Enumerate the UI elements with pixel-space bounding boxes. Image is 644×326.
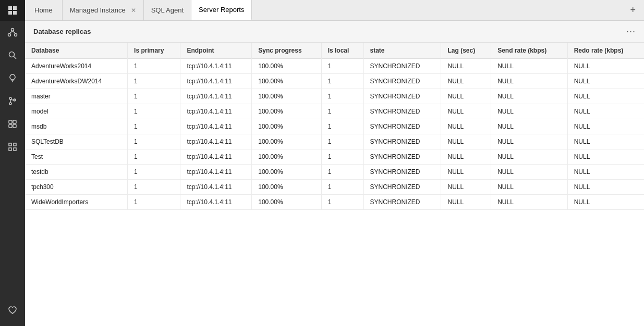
table-cell: NULL [491,74,568,89]
table-cell: 1 [321,180,363,195]
table-row: AdventureWorksDW20141tcp://10.4.1.4:1110… [25,74,644,89]
table-row: master1tcp://10.4.1.4:11100.00%1SYNCHRON… [25,89,644,104]
svg-point-9 [9,52,15,57]
col-database: Database [25,43,128,59]
table-cell: NULL [491,165,568,180]
sidebar [0,0,25,326]
table-row: model1tcp://10.4.1.4:11100.00%1SYNCHRONI… [25,104,644,119]
table-row: Test1tcp://10.4.1.4:11100.00%1SYNCHRONIZ… [25,149,644,165]
table-cell: 1 [321,119,363,134]
table-cell: NULL [441,134,491,149]
table-cell: 1 [128,104,180,119]
table-cell: 1 [128,59,180,74]
table-cell: tcp://10.4.1.4:11 [180,195,252,210]
table-cell: tcp://10.4.1.4:11 [180,149,252,165]
table-cell: SYNCHRONIZED [363,195,441,210]
tab-home-label: Home [34,6,53,14]
col-state: state [363,43,441,59]
table-cell: NULL [441,180,491,195]
main-area: Home Managed Instance ✕ SQL Agent Server… [25,0,644,326]
table-cell: 100.00% [252,180,321,195]
table-cell: SYNCHRONIZED [363,89,441,104]
extensions-icon[interactable] [0,112,25,135]
table-cell: 100.00% [252,134,321,149]
tab-server-reports[interactable]: Server Reports [191,0,252,20]
col-lag: Lag (sec) [441,43,491,59]
table-cell: NULL [567,89,644,104]
table-cell: tcp://10.4.1.4:11 [180,119,252,134]
table-cell: NULL [567,119,644,134]
tab-home[interactable]: Home [25,0,63,20]
svg-rect-20 [13,124,16,128]
table-header: Database Is primary Endpoint Sync progre… [25,43,644,59]
tab-sql-agent[interactable]: SQL Agent [144,0,191,20]
table-cell: 1 [321,74,363,89]
svg-rect-17 [9,120,12,123]
table-cell: NULL [567,165,644,180]
table-cell: tcp://10.4.1.4:11 [180,134,252,149]
table-cell: NULL [491,149,568,165]
insights-icon[interactable] [0,67,25,90]
table-cell: tcp://10.4.1.4:11 [180,89,252,104]
database-replicas-table: Database Is primary Endpoint Sync progre… [25,43,644,210]
table-row: WideWorldImporters1tcp://10.4.1.4:11100.… [25,195,644,210]
svg-point-14 [9,103,11,105]
table-cell: 1 [321,134,363,149]
table-cell: tcp://10.4.1.4:11 [180,104,252,119]
table-cell: 1 [321,89,363,104]
table-row: AdventureWorks20141tcp://10.4.1.4:11100.… [25,59,644,74]
table-cell: 1 [321,59,363,74]
connections-icon[interactable] [0,21,25,44]
svg-rect-18 [13,120,16,123]
table-cell: tpch300 [25,180,128,195]
col-endpoint: Endpoint [180,43,252,59]
table-cell: 100.00% [252,74,321,89]
table-cell: Test [25,149,128,165]
more-options-button[interactable]: ··· [626,26,636,37]
svg-rect-21 [9,143,11,146]
search-icon[interactable] [0,44,25,67]
table-cell: NULL [441,59,491,74]
table-cell: NULL [567,59,644,74]
tab-managed-instance[interactable]: Managed Instance ✕ [63,0,144,20]
table-cell: NULL [567,180,644,195]
section-title: Database replicas [33,28,91,35]
table-row: SQLTestDB1tcp://10.4.1.4:11100.00%1SYNCH… [25,134,644,149]
table-cell: NULL [567,149,644,165]
grid-icon[interactable] [0,135,25,158]
svg-rect-24 [14,148,16,151]
add-tab-icon: + [630,5,636,16]
svg-rect-19 [9,124,12,128]
table-row: msdb1tcp://10.4.1.4:11100.00%1SYNCHRONIZ… [25,119,644,134]
svg-rect-23 [9,148,11,151]
svg-rect-3 [13,11,17,15]
table-cell: tcp://10.4.1.4:11 [180,165,252,180]
svg-rect-2 [8,11,12,15]
table-cell: 100.00% [252,104,321,119]
table-cell: AdventureWorks2014 [25,59,128,74]
table-cell: 100.00% [252,149,321,165]
table-cell: 1 [128,119,180,134]
table-cell: WideWorldImporters [25,195,128,210]
table-cell: 100.00% [252,119,321,134]
table-cell: 1 [128,165,180,180]
col-sync-progress: Sync progress [252,43,321,59]
table-cell: AdventureWorksDW2014 [25,74,128,89]
table-cell: 100.00% [252,59,321,74]
add-tab-button[interactable]: + [622,0,644,20]
table-cell: SQLTestDB [25,134,128,149]
table-cell: NULL [567,74,644,89]
git-icon[interactable] [0,90,25,112]
svg-line-10 [14,57,17,59]
table-cell: NULL [491,104,568,119]
table-cell: SYNCHRONIZED [363,149,441,165]
tab-close-icon[interactable]: ✕ [131,7,136,14]
table-cell: 100.00% [252,165,321,180]
table-cell: NULL [491,89,568,104]
heart-icon[interactable] [0,299,25,322]
col-redo-rate: Redo rate (kbps) [567,43,644,59]
table-cell: NULL [441,119,491,134]
table-cell: NULL [491,59,568,74]
table-cell: tcp://10.4.1.4:11 [180,59,252,74]
table-cell: SYNCHRONIZED [363,165,441,180]
